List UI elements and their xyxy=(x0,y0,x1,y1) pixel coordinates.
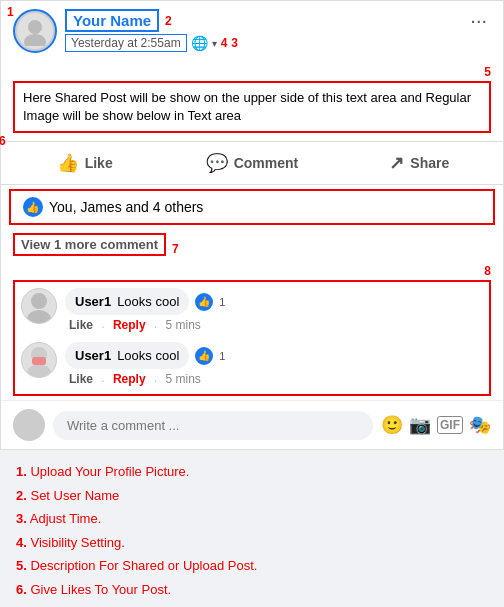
post-header: 1 Your Name 2 Yesterday at 2:55am 🌐 ▾ 4 xyxy=(1,1,503,61)
emoji-icon[interactable]: 🙂 xyxy=(381,414,403,436)
instruction-text-3: Adjust Time. xyxy=(30,511,102,526)
commenter-avatar-2 xyxy=(21,342,57,378)
instruction-text-6: Give Likes To Your Post. xyxy=(30,582,171,597)
comment-reply-button-2[interactable]: Reply xyxy=(113,372,146,388)
list-item: 6. Give Likes To Your Post. xyxy=(16,580,488,600)
svg-point-0 xyxy=(28,20,42,34)
instruction-num-2: 2. xyxy=(16,488,27,503)
list-item: 7. Set Comment Viewer. xyxy=(16,603,488,607)
share-label: Share xyxy=(410,155,449,171)
commenter-avatar-icon-2 xyxy=(22,343,56,377)
avatar xyxy=(13,9,57,53)
post-card: 1 Your Name 2 Yesterday at 2:55am 🌐 ▾ 4 xyxy=(0,0,504,450)
instruction-text-4: Visibility Setting. xyxy=(30,535,124,550)
commenter-avatar xyxy=(21,288,57,324)
post-meta: Your Name 2 Yesterday at 2:55am 🌐 ▾ 4 3 xyxy=(65,9,466,52)
instruction-num-1: 1. xyxy=(16,464,27,479)
comment-label: Comment xyxy=(234,155,299,171)
svg-point-3 xyxy=(27,310,51,323)
reactions-bar: 👍 You, James and 4 others xyxy=(9,189,495,225)
globe-icon: 🌐 xyxy=(191,35,208,51)
instructions-section: 1. Upload Your Profile Picture. 2. Set U… xyxy=(0,450,504,607)
comment-like-count: 1 xyxy=(219,296,225,308)
post-time: Yesterday at 2:55am xyxy=(65,34,187,52)
instruction-num-3: 3. xyxy=(16,511,27,526)
reaction-thumb-icon: 👍 xyxy=(23,197,43,217)
user-name-row: Your Name 2 xyxy=(65,9,466,32)
badge-1: 1 xyxy=(7,5,14,19)
comment-time: 5 mins xyxy=(165,318,200,334)
svg-rect-6 xyxy=(32,357,46,365)
time-row: Yesterday at 2:55am 🌐 ▾ 4 3 xyxy=(65,34,466,52)
avatar-image-icon xyxy=(20,16,50,46)
badge-4: 4 xyxy=(221,36,228,50)
list-item: 4. Visibility Setting. xyxy=(16,533,488,553)
comment-reply-button[interactable]: Reply xyxy=(113,318,146,334)
instruction-num-5: 5. xyxy=(16,558,27,573)
svg-point-5 xyxy=(27,364,51,377)
user-name: Your Name xyxy=(65,9,159,32)
comment-bubble-2: User1 Looks cool xyxy=(65,342,189,369)
reactions-text: You, James and 4 others xyxy=(49,199,203,215)
instruction-text-1: Upload Your Profile Picture. xyxy=(30,464,189,479)
instruction-text-2: Set User Name xyxy=(30,488,119,503)
instruction-text-5: Description For Shared or Upload Post. xyxy=(30,558,257,573)
like-button[interactable]: 👍 Like xyxy=(1,144,168,182)
list-item: 5. Description For Shared or Upload Post… xyxy=(16,556,488,576)
more-options-button[interactable]: ··· xyxy=(466,9,491,32)
dropdown-arrow-icon[interactable]: ▾ xyxy=(212,38,217,49)
view-more-button[interactable]: View 1 more comment xyxy=(13,233,166,256)
photo-icon[interactable]: 📷 xyxy=(409,414,431,436)
like-label: Like xyxy=(85,155,113,171)
post-text: Here Shared Post will be show on the upp… xyxy=(13,81,491,133)
comment-actions-2: Like · Reply · 5 mins xyxy=(65,372,483,388)
write-comment-bar: 🙂 📷 GIF 🎭 xyxy=(1,400,503,449)
comment-button[interactable]: 💬 Comment xyxy=(168,144,335,182)
comment-like-button-2[interactable]: Like xyxy=(69,372,93,388)
comments-section: View 1 more comment 7 8 xyxy=(1,229,503,400)
instruction-num-6: 6. xyxy=(16,582,27,597)
sticker-icon[interactable]: 🎭 xyxy=(469,414,491,436)
comment-text-2: Looks cool xyxy=(117,348,179,363)
svg-point-2 xyxy=(31,293,47,309)
comment-list: User1 Looks cool 👍 1 Like · Reply · 5 mi… xyxy=(13,280,491,396)
like-icon: 👍 xyxy=(57,152,79,174)
post-content: 5 Here Shared Post will be show on the u… xyxy=(1,61,503,141)
comment-input[interactable] xyxy=(53,411,373,440)
list-item: 1. Upload Your Profile Picture. xyxy=(16,462,488,482)
comment-icon: 💬 xyxy=(206,152,228,174)
post-actions: 6 👍 Like 💬 Comment ↗ Share xyxy=(1,141,503,185)
comment-body-2: User1 Looks cool 👍 1 Like · Reply · 5 mi… xyxy=(65,342,483,388)
badge-5: 5 xyxy=(13,65,491,79)
table-row: User1 Looks cool 👍 1 Like · Reply · 5 mi… xyxy=(21,342,483,388)
comment-actions: Like · Reply · 5 mins xyxy=(65,318,483,334)
badge-6: 6 xyxy=(0,134,6,148)
list-item: 3. Adjust Time. xyxy=(16,509,488,529)
table-row: User1 Looks cool 👍 1 Like · Reply · 5 mi… xyxy=(21,288,483,334)
comment-like-icon: 👍 xyxy=(195,293,213,311)
list-item: 2. Set User Name xyxy=(16,486,488,506)
svg-point-1 xyxy=(24,34,46,46)
comment-icons: 🙂 📷 GIF 🎭 xyxy=(381,414,491,436)
comment-text: Looks cool xyxy=(117,294,179,309)
commenter-avatar-icon xyxy=(22,289,56,323)
gif-icon[interactable]: GIF xyxy=(437,416,463,434)
badge-8: 8 xyxy=(13,264,491,278)
comment-like-count-2: 1 xyxy=(219,350,225,362)
instruction-num-4: 4. xyxy=(16,535,27,550)
commenter-name-2: User1 xyxy=(75,348,111,363)
badge-7: 7 xyxy=(172,242,179,256)
badge-2: 2 xyxy=(165,14,172,28)
comment-like-button[interactable]: Like xyxy=(69,318,93,334)
avatar-wrapper: 1 xyxy=(13,9,57,53)
comment-bubble: User1 Looks cool xyxy=(65,288,189,315)
share-button[interactable]: ↗ Share xyxy=(336,144,503,182)
view-more-label: View 1 more comment xyxy=(21,237,158,252)
share-icon: ↗ xyxy=(389,152,404,174)
commenter-name: User1 xyxy=(75,294,111,309)
badge-3: 3 xyxy=(231,36,238,50)
comment-time-2: 5 mins xyxy=(165,372,200,388)
avatar-inner xyxy=(17,13,53,49)
comment-like-icon-2: 👍 xyxy=(195,347,213,365)
current-user-avatar xyxy=(13,409,45,441)
